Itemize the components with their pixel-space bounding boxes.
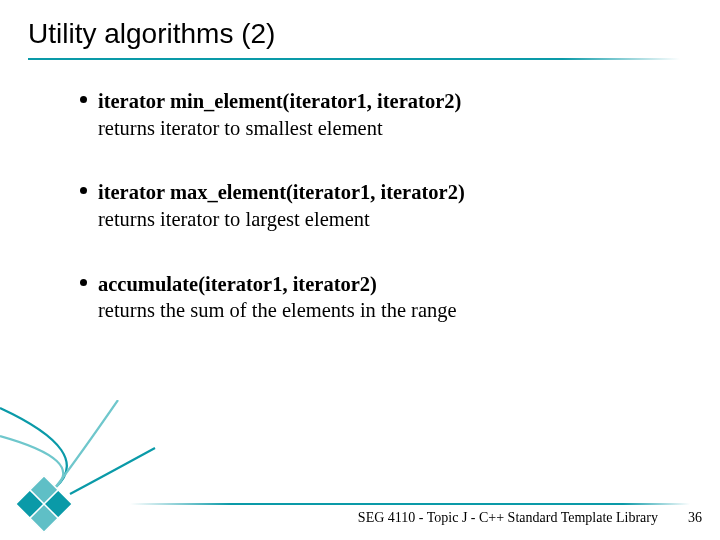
title-underline: [28, 58, 680, 60]
slide-body: iterator min_element(iterator1, iterator…: [98, 88, 658, 362]
footer-text: SEG 4110 - Topic J - C++ Standard Templa…: [358, 510, 658, 526]
svg-rect-3: [30, 504, 58, 532]
bullet-icon: [80, 279, 87, 286]
bullet-icon: [80, 96, 87, 103]
list-item: accumulate(iterator1, iterator2) returns…: [98, 271, 658, 324]
algorithm-signature: iterator min_element(iterator1, iterator…: [98, 90, 461, 112]
svg-rect-2: [30, 476, 58, 504]
algorithm-description: returns the sum of the elements in the r…: [98, 297, 658, 324]
svg-rect-0: [130, 503, 690, 505]
slide-title: Utility algorithms (2): [28, 18, 692, 50]
algorithm-signature: accumulate(iterator1, iterator2): [98, 273, 377, 295]
page-number: 36: [688, 510, 702, 526]
algorithm-signature: iterator max_element(iterator1, iterator…: [98, 181, 465, 203]
list-item: iterator max_element(iterator1, iterator…: [98, 179, 658, 232]
algorithm-description: returns iterator to largest element: [98, 206, 658, 233]
list-item: iterator min_element(iterator1, iterator…: [98, 88, 658, 141]
corner-decoration-icon: [0, 400, 200, 540]
slide: Utility algorithms (2) iterator min_elem…: [0, 0, 720, 540]
footer-rule-icon: [0, 503, 720, 505]
bullet-icon: [80, 187, 87, 194]
algorithm-description: returns iterator to smallest element: [98, 115, 658, 142]
